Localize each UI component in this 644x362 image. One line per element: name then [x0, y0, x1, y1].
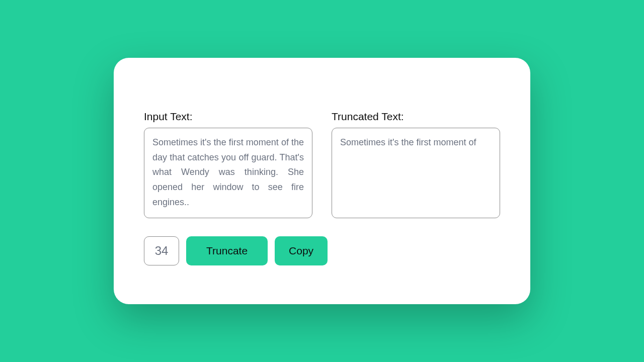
- copy-button[interactable]: Copy: [275, 236, 328, 265]
- truncated-text-area: Sometimes it's the first moment of: [332, 128, 500, 218]
- truncate-card: Input Text: Sometimes it's the first mom…: [114, 58, 530, 304]
- input-text-area[interactable]: Sometimes it's the first moment of the d…: [144, 128, 312, 218]
- text-columns: Input Text: Sometimes it's the first mom…: [144, 111, 500, 218]
- controls-row: 34 Truncate Copy: [144, 236, 500, 265]
- truncated-text-label: Truncated Text:: [332, 111, 500, 123]
- input-text-label: Input Text:: [144, 111, 312, 123]
- truncate-button[interactable]: Truncate: [186, 236, 268, 265]
- length-input[interactable]: 34: [144, 236, 179, 265]
- input-column: Input Text: Sometimes it's the first mom…: [144, 111, 312, 218]
- output-column: Truncated Text: Sometimes it's the first…: [332, 111, 500, 218]
